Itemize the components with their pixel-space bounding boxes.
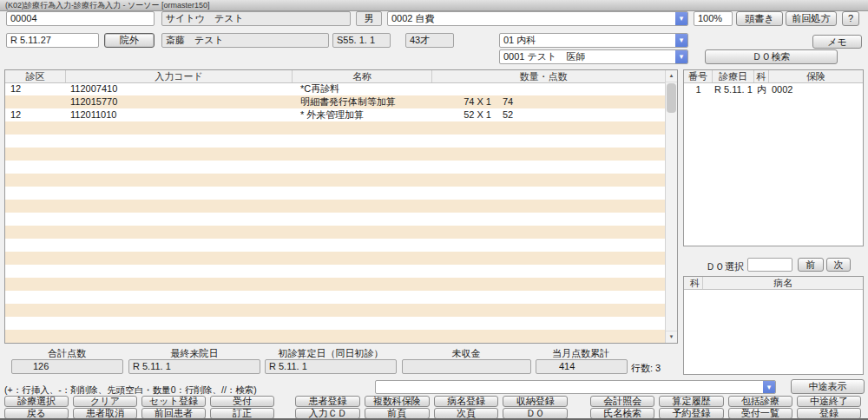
do-history-table: 番号 診療日 科 保険 1R 5.11. 1内0002 (683, 69, 864, 246)
cell-input-code (66, 304, 293, 317)
cell-qty-points (432, 317, 666, 330)
footer-button[interactable]: 病名登録 (434, 396, 499, 407)
footer-button-group: 診療選択クリアセット登録受付 (4, 396, 274, 407)
table-row[interactable] (5, 161, 666, 174)
cell-qty-points (432, 213, 666, 226)
cell-qty-points (432, 330, 666, 343)
footer-button[interactable]: 複数科保険 (365, 396, 430, 407)
next-button[interactable]: 次 (826, 258, 851, 272)
table-row[interactable] (5, 121, 666, 135)
atamagaki-button[interactable]: 頭書き (736, 11, 783, 26)
column-header-number: 番号 (684, 70, 713, 82)
disease-table-header: 科 病名 (684, 277, 863, 290)
vertical-scrollbar[interactable]: ▲ ▼ (665, 70, 677, 343)
table-row[interactable] (5, 239, 666, 252)
footer-button[interactable]: 受付 (210, 396, 274, 407)
table-row[interactable] (5, 187, 666, 200)
cell-qty-points (432, 252, 666, 265)
cell-dept: 内 (754, 83, 769, 96)
table-row[interactable] (5, 148, 666, 161)
cell-qty-points (432, 226, 666, 239)
previous-prescription-button[interactable]: 前回処方 (786, 11, 837, 26)
help-button[interactable]: ? (842, 11, 859, 26)
do-select-input[interactable] (747, 258, 792, 272)
department-selected-value: 01 内科 (503, 35, 536, 45)
chevron-down-icon[interactable]: ▾ (675, 34, 687, 47)
department-select[interactable]: 01 内科 ▾ (499, 33, 688, 48)
cell-qty-points (432, 174, 666, 187)
first-visit-field: R 5.11. 1 (265, 359, 397, 374)
chevron-down-icon[interactable]: ▾ (675, 50, 687, 63)
cell-name: 明細書発行体制等加算 (293, 95, 432, 108)
scroll-down-icon[interactable]: ▼ (666, 331, 677, 343)
cell-input-code (66, 265, 293, 278)
prev-button[interactable]: 前 (798, 258, 824, 272)
cell-qty-points (432, 265, 666, 278)
footer-button[interactable]: クリア (73, 396, 137, 407)
cell-quantity (432, 252, 491, 265)
table-row[interactable] (5, 213, 666, 226)
zoom-input[interactable]: 100% (694, 11, 733, 26)
cell-shinku (5, 317, 66, 330)
footer-button[interactable]: 診療選択 (4, 396, 69, 407)
footer-button[interactable]: 収納登録 (503, 396, 568, 407)
insurance-selected-value: 0002 自費 (391, 13, 435, 23)
first-visit-label: 初診算定日（同日初診） (279, 347, 384, 360)
cell-shinku (5, 252, 66, 265)
cell-name (293, 135, 432, 148)
footer-button[interactable]: 中途終了 (797, 396, 861, 407)
table-row[interactable] (5, 317, 666, 330)
table-row[interactable] (5, 291, 666, 304)
patient-kana-field: サイトウ テスト (161, 11, 351, 26)
footer-button[interactable]: 会計照会 (590, 396, 654, 407)
footer-button[interactable]: セット登録 (141, 396, 206, 407)
table-row[interactable] (5, 265, 666, 278)
cell-qty-points (432, 278, 666, 291)
unpaid-label: 未収金 (452, 347, 481, 360)
do-history-row[interactable]: 1R 5.11. 1内0002 (684, 83, 863, 96)
cell-name (293, 226, 432, 239)
cell-input-code (66, 252, 293, 265)
table-row[interactable] (5, 278, 666, 291)
do-search-button[interactable]: ＤＯ検索 (705, 49, 838, 64)
table-row[interactable] (5, 200, 666, 213)
table-row[interactable]: 12112007410*C再診料 (5, 82, 666, 95)
table-row[interactable] (5, 174, 666, 187)
column-header-shinku: 診区 (5, 70, 66, 82)
chevron-down-icon[interactable]: ▾ (675, 12, 687, 25)
footer-button[interactable]: 包括診療 (728, 396, 792, 407)
memo-button[interactable]: メモ (812, 35, 862, 49)
patient-id-input[interactable]: 00004 (6, 11, 155, 26)
chuto-hyoji-button[interactable]: 中途表示 (791, 379, 865, 394)
cell-shinku (5, 200, 66, 213)
table-row[interactable] (5, 135, 666, 148)
table-row[interactable] (5, 252, 666, 265)
visit-date-input[interactable]: R 5.11.27 (6, 33, 99, 48)
table-row[interactable] (5, 226, 666, 239)
cell-name (293, 317, 432, 330)
scrollbar-thumb[interactable] (667, 83, 676, 113)
insurance-select[interactable]: 0002 自費 ▾ (387, 11, 688, 26)
footer-button[interactable]: 算定履歴 (659, 396, 723, 407)
table-row[interactable] (5, 304, 666, 317)
footer-button-group: 会計照会算定履歴包括診療中途終了 (590, 396, 861, 407)
window-title: (K02)診療行為入力-診療行為入力 - ソーソー [ormaster150] (0, 0, 868, 11)
cell-qty-points (432, 239, 666, 252)
chevron-down-icon[interactable]: ▾ (763, 381, 775, 393)
table-row[interactable]: 112015770 明細書発行体制等加算74 X 174 (5, 95, 666, 108)
cell-qty-points: 74 X 174 (432, 95, 666, 108)
doctor-select[interactable]: 0001 テスト 医師 ▾ (499, 49, 688, 64)
cell-input-code (66, 187, 293, 200)
cell-name (293, 148, 432, 161)
total-points-field: 126 (11, 359, 123, 374)
cell-shinku (5, 161, 66, 174)
scroll-up-icon[interactable]: ▲ (666, 70, 677, 82)
cell-shinku (5, 148, 66, 161)
footer-button[interactable]: 患者登録 (295, 396, 360, 407)
entry-code-select[interactable]: ▾ (375, 380, 776, 394)
ingai-button[interactable]: 院外 (104, 33, 155, 48)
table-row[interactable] (5, 330, 666, 343)
cell-quantity (432, 135, 491, 148)
cell-shinku (5, 174, 66, 187)
table-row[interactable]: 12112011010* 外来管理加算52 X 152 (5, 108, 666, 121)
